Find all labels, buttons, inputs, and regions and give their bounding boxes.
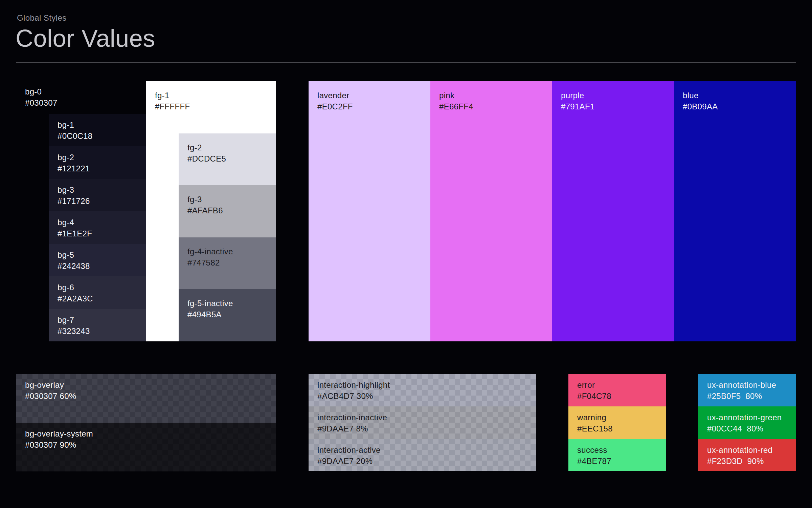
swatch-name: bg-overlay-system xyxy=(25,428,269,439)
swatch-fg-2: fg-2 #DCDCE5 xyxy=(179,133,276,186)
swatch-hex: #E66FF4 xyxy=(439,101,545,112)
swatch-hex: #E0C2FF xyxy=(317,101,424,112)
swatch-name: pink xyxy=(439,90,545,101)
swatch-blue: blue #0B09AA xyxy=(674,81,796,341)
swatch-hex: #F23D3D 90% xyxy=(707,456,789,467)
swatch-hex: #9DAAE7 8% xyxy=(317,423,529,434)
swatch-bg-3: bg-3 #171726 xyxy=(49,179,146,211)
swatch-name: fg-2 xyxy=(187,142,269,153)
swatch-hex: #171726 xyxy=(58,195,139,207)
page-title: Color Values xyxy=(16,26,155,51)
swatch-lavender: lavender #E0C2FF xyxy=(309,81,430,341)
swatch-bg-6: bg-6 #2A2A3C xyxy=(49,276,146,309)
swatch-hex: #121221 xyxy=(58,163,139,174)
swatch-hex: #F04C78 xyxy=(577,390,659,402)
swatch-name: bg-2 xyxy=(58,152,139,163)
swatch-name: ux-annotation-blue xyxy=(707,379,789,390)
swatch-bg-0: bg-0 #030307 xyxy=(16,81,130,114)
swatch-name: error xyxy=(577,379,659,390)
header-divider xyxy=(16,62,796,63)
swatch-error: error #F04C78 xyxy=(568,374,666,406)
swatch-hex: #9DAAE7 20% xyxy=(317,456,529,467)
swatch-hex: #DCDCE5 xyxy=(187,153,269,164)
swatch-name: interaction-inactive xyxy=(317,412,529,423)
swatch-bg-overlay-system: bg-overlay-system #030307 90% xyxy=(16,423,276,471)
swatch-name: interaction-active xyxy=(317,444,529,456)
swatch-hex: #4BE787 xyxy=(577,456,659,467)
swatch-hex: #242438 xyxy=(58,260,139,272)
section-eyebrow: Global Styles xyxy=(17,13,67,23)
swatch-interaction-highlight: interaction-highlight #ACB4D7 30% xyxy=(309,374,536,406)
swatch-name: fg-1 xyxy=(155,90,269,101)
swatch-name: interaction-highlight xyxy=(317,379,529,390)
swatch-name: bg-6 xyxy=(58,282,139,293)
swatch-bg-5: bg-5 #242438 xyxy=(49,244,146,276)
swatch-bg-4: bg-4 #1E1E2F xyxy=(49,211,146,244)
swatch-hex: #ACB4D7 30% xyxy=(317,390,529,402)
swatch-name: blue xyxy=(683,90,789,101)
swatch-pink: pink #E66FF4 xyxy=(430,81,552,341)
swatch-name: purple xyxy=(561,90,667,101)
swatch-name: lavender xyxy=(317,90,424,101)
swatch-hex: #FFFFFF xyxy=(155,101,269,112)
swatch-name: success xyxy=(577,444,659,456)
swatch-warning: warning #EEC158 xyxy=(568,406,666,439)
swatch-hex: #791AF1 xyxy=(561,101,667,112)
swatch-bg-1: bg-1 #0C0C18 xyxy=(49,114,146,146)
swatch-hex: #0B09AA xyxy=(683,101,789,112)
swatch-name: bg-5 xyxy=(58,249,139,260)
swatch-hex: #030307 90% xyxy=(25,439,269,450)
swatch-name: bg-0 xyxy=(25,86,123,97)
swatch-hex: #AFAFB6 xyxy=(187,205,269,216)
swatch-name: bg-3 xyxy=(58,184,139,195)
swatch-name: fg-5-inactive xyxy=(187,298,269,309)
swatch-hex: #2A2A3C xyxy=(58,293,139,304)
swatch-name: ux-annotation-green xyxy=(707,412,789,423)
swatch-name: bg-overlay xyxy=(25,379,269,390)
swatch-hex: #25B0F5 80% xyxy=(707,390,789,402)
swatch-ux-annotation-red: ux-annotation-red #F23D3D 90% xyxy=(698,439,796,471)
swatch-purple: purple #791AF1 xyxy=(552,81,674,341)
swatch-name: bg-4 xyxy=(58,217,139,228)
swatch-bg-overlay: bg-overlay #030307 60% xyxy=(16,374,276,423)
swatch-bg-7: bg-7 #323243 xyxy=(49,309,146,341)
swatch-hex: #1E1E2F xyxy=(58,228,139,239)
swatch-interaction-active: interaction-active #9DAAE7 20% xyxy=(309,439,536,471)
swatch-fg-4-inactive: fg-4-inactive #747582 xyxy=(179,237,276,290)
swatch-fg-3: fg-3 #AFAFB6 xyxy=(179,185,276,237)
swatch-hex: #030307 60% xyxy=(25,390,269,402)
swatch-name: fg-3 xyxy=(187,194,269,205)
swatch-bg-2: bg-2 #121221 xyxy=(49,146,146,179)
swatch-hex: #00CC44 80% xyxy=(707,423,789,434)
swatch-name: bg-7 xyxy=(58,314,139,325)
swatch-hex: #030307 xyxy=(25,97,123,108)
swatch-interaction-inactive: interaction-inactive #9DAAE7 8% xyxy=(309,406,536,439)
swatch-ux-annotation-blue: ux-annotation-blue #25B0F5 80% xyxy=(698,374,796,406)
swatch-ux-annotation-green: ux-annotation-green #00CC44 80% xyxy=(698,406,796,439)
swatch-hex: #EEC158 xyxy=(577,423,659,434)
swatch-fg-5-inactive: fg-5-inactive #494B5A xyxy=(179,289,276,341)
swatch-hex: #747582 xyxy=(187,257,269,268)
swatch-name: bg-1 xyxy=(58,119,139,130)
swatch-hex: #323243 xyxy=(58,325,139,337)
swatch-name: fg-4-inactive xyxy=(187,246,269,257)
swatch-name: warning xyxy=(577,412,659,423)
swatch-success: success #4BE787 xyxy=(568,439,666,471)
swatch-hex: #0C0C18 xyxy=(58,130,139,142)
swatch-name: ux-annotation-red xyxy=(707,444,789,456)
color-values-board: Global Styles Color Values bg-0 #030307 … xyxy=(0,0,812,508)
swatch-hex: #494B5A xyxy=(187,309,269,320)
